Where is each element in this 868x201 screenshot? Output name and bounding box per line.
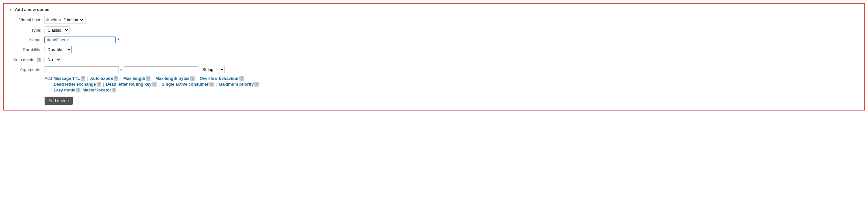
type-row: Type: Classic Quorum Stream [9,27,859,34]
add-links-row-1: Add Message TTL ? | Auto expire ? | Max … [44,76,859,81]
auto-delete-help-icon[interactable]: ? [37,58,41,62]
lazy-mode-help-icon[interactable]: ? [76,88,81,92]
auto-delete-row: Auto delete: ? No Yes [9,56,859,63]
add-queue-button[interactable]: Add queue [44,97,73,105]
master-locator-link[interactable]: Master locator [82,88,111,92]
sep2: | [120,76,121,81]
max-length-bytes-help-icon[interactable]: ? [190,76,195,81]
message-ttl-link[interactable]: Message TTL [53,76,80,81]
lazy-mode-link[interactable]: Lazy mode [54,88,75,92]
maximum-priority-help-icon[interactable]: ? [254,82,259,87]
max-length-link[interactable]: Max length [123,76,145,81]
arguments-inputs: = String Number Boolean List [44,66,225,74]
arguments-value-input[interactable] [124,66,198,73]
dead-letter-exchange-link[interactable]: Dead letter exchange [54,82,96,87]
auto-delete-label: Auto delete: ? [9,57,44,62]
auto-expire-help-icon[interactable]: ? [114,76,118,81]
arguments-row: Arguments: = String Number Boolean List [9,66,859,74]
single-active-consumer-link[interactable]: Single active consumer [161,82,208,87]
dead-letter-routing-key-link[interactable]: Dead letter routing key [106,82,152,87]
section-header: ▼ Add a new queue [9,7,859,12]
name-wrapper: * [44,36,119,43]
sep6: | [159,82,160,87]
auto-expire-link[interactable]: Auto expire [90,76,114,81]
virtual-host-value: /itheima [46,18,61,22]
name-input[interactable] [44,36,116,43]
durability-label: Durability: [9,47,44,52]
type-select[interactable]: Classic Quorum Stream [44,27,69,34]
max-length-bytes-link[interactable]: Max length bytes [155,76,189,81]
arguments-label: Arguments: [9,67,44,72]
arguments-eq: = [120,67,123,72]
dead-letter-exchange-help-icon[interactable]: ? [97,82,101,87]
required-star: * [118,37,119,42]
section-title: Add a new queue [15,7,50,12]
virtual-host-label: Virtual host: [9,18,44,22]
sep7: | [216,82,217,87]
auto-delete-select[interactable]: No Yes [44,56,61,63]
durability-select[interactable]: Durable Transient [44,46,72,53]
sep4: | [197,76,198,81]
arguments-type-select[interactable]: String Number Boolean List [199,66,225,74]
type-label: Type: [9,28,44,33]
single-active-consumer-help-icon[interactable]: ? [209,82,214,87]
add-links-row-2: Dead letter exchange ? | Dead letter rou… [44,82,859,87]
name-row: Name: * [9,36,859,43]
add-links-row-3: Lazy mode ? Master locator ? [44,88,859,92]
add-links-area: Add Message TTL ? | Auto expire ? | Max … [44,76,859,92]
sep1: | [87,76,88,81]
message-ttl-help-icon[interactable]: ? [81,76,85,81]
virtual-host-wrapper: /itheima /itheima [44,16,86,24]
toggle-arrow-icon[interactable]: ▼ [9,8,12,11]
maximum-priority-link[interactable]: Maximum priority [219,82,254,87]
dead-letter-routing-key-help-icon[interactable]: ? [152,82,157,87]
max-length-help-icon[interactable]: ? [146,76,151,81]
sep5: | [103,82,104,87]
durability-row: Durability: Durable Transient [9,46,859,53]
add-label: Add [44,76,52,81]
overflow-behaviour-help-icon[interactable]: ? [239,76,244,81]
sep3: | [153,76,153,81]
name-label: Name: [9,37,44,43]
add-queue-panel: ▼ Add a new queue Virtual host: /itheima… [3,3,865,111]
virtual-host-row: Virtual host: /itheima /itheima [9,16,859,24]
master-locator-help-icon[interactable]: ? [112,88,116,92]
virtual-host-select[interactable]: /itheima [62,17,84,23]
arguments-key-input[interactable] [44,66,119,73]
overflow-behaviour-link[interactable]: Overflow behaviour [199,76,239,81]
